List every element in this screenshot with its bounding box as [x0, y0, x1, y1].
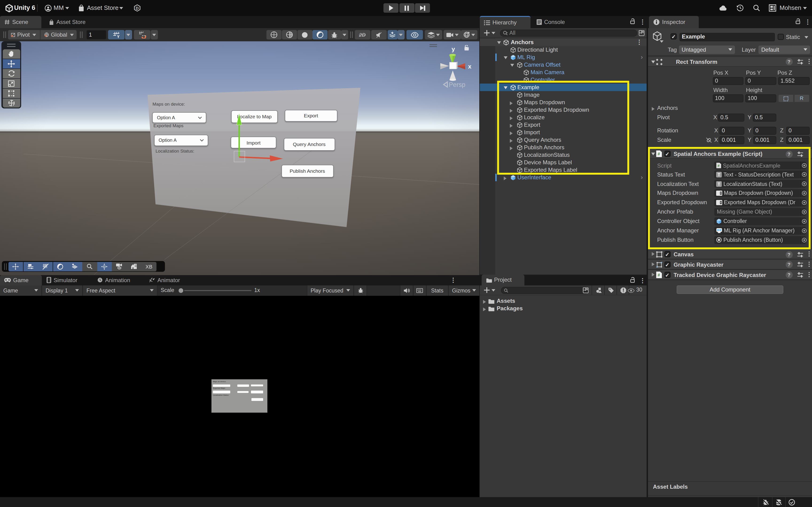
svg-text:D: D	[136, 6, 139, 10]
svg-text:Y: Y	[117, 35, 119, 38]
svg-text:x: x	[468, 63, 471, 70]
svg-text:T: T	[718, 172, 720, 177]
svg-text:T: T	[718, 182, 720, 186]
svg-text:y: y	[452, 46, 455, 53]
svg-text:Persp: Persp	[449, 81, 465, 88]
svg-text:#: #	[657, 152, 660, 156]
svg-text:#: #	[717, 164, 719, 168]
svg-text:#: #	[657, 273, 660, 277]
